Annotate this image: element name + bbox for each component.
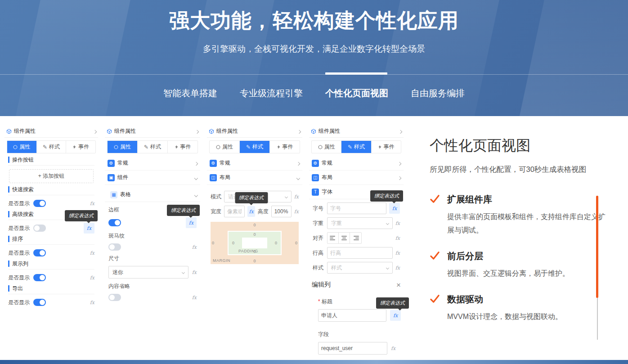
group-general[interactable]: ⚙ 常规 (309, 156, 404, 171)
fx-button[interactable]: fx (395, 250, 400, 256)
fx-button-active[interactable]: 绑定表达式 fx (390, 310, 401, 321)
field-label: 模式 (211, 193, 221, 201)
gear-icon: ⚙ (108, 160, 115, 167)
fx-button-active[interactable]: 绑定表达式 fx (247, 206, 255, 217)
panel-tab-attributes[interactable]: 属性 (7, 141, 37, 153)
width-input[interactable] (224, 206, 245, 217)
align-right-button[interactable] (350, 233, 361, 243)
panel-tab-attributes[interactable]: 属性 (312, 141, 341, 153)
panel-header: 组件属性 (207, 125, 302, 138)
fx-button[interactable]: fx (192, 244, 197, 250)
field-name-input[interactable] (318, 342, 387, 355)
title-input[interactable] (318, 309, 386, 322)
scrollbar-thumb[interactable] (596, 196, 598, 298)
feature-title: 个性化页面视图 (430, 136, 606, 156)
lightning-icon (175, 144, 179, 149)
fx-button[interactable]: fx (192, 270, 197, 275)
collapse-chevron-icon[interactable] (298, 128, 301, 135)
tab-smart-form[interactable]: 智能表单搭建 (163, 87, 217, 99)
toggle-on[interactable] (108, 219, 121, 226)
align-left-button[interactable] (327, 233, 339, 243)
fx-button[interactable]: fx (90, 300, 94, 306)
toggle-on[interactable] (33, 274, 46, 281)
toggle-off[interactable] (108, 243, 121, 251)
height-input[interactable] (271, 206, 292, 217)
hero-divider (0, 74, 628, 75)
panel-tab-style[interactable]: ✎ 样式 (240, 141, 270, 153)
panel-tab-style[interactable]: ✎ 样式 (341, 141, 371, 153)
edit-column-title: 编辑列 (312, 281, 331, 289)
panel-tabbar: 属性 ✎ 样式 事件 (209, 140, 300, 153)
group-table[interactable]: ▦ 表格 (105, 188, 200, 202)
tab-label: 属性 (19, 143, 30, 151)
field-label: 尺寸 (108, 255, 197, 262)
fx-button-active[interactable]: 绑定表达式 fx (186, 217, 197, 228)
align-center-button[interactable] (339, 233, 350, 243)
fx-button[interactable]: fx (90, 250, 94, 256)
font-style-select[interactable]: 样式 (327, 262, 393, 274)
collapse-chevron-icon[interactable] (196, 128, 198, 135)
toggle-on[interactable] (33, 299, 46, 306)
panel-tab-events[interactable]: 事件 (270, 141, 300, 153)
chevron-down-icon (195, 192, 197, 198)
attributes-icon (216, 145, 220, 149)
collapse-chevron-icon[interactable] (94, 128, 96, 135)
show-row: 是否显示 fx (8, 248, 94, 257)
padding-label: PADDING (238, 249, 258, 253)
panel-title: 组件属性 (114, 127, 136, 135)
tab-process-engine[interactable]: 专业级流程引擎 (240, 87, 303, 99)
group-general[interactable]: ⚙ 常规 (207, 156, 302, 171)
content-area (242, 238, 267, 248)
group-component[interactable]: ▣ 组件 (105, 171, 200, 185)
group-general[interactable]: ⚙ 常规 (105, 156, 200, 171)
spacer (207, 185, 302, 188)
panel-tab-attributes[interactable]: 属性 (210, 141, 240, 153)
footer-accent-bar (0, 360, 628, 364)
fx-button[interactable]: fx (294, 209, 299, 215)
line-height-input[interactable] (327, 247, 393, 259)
fx-button[interactable]: fx (395, 265, 400, 271)
margin-label: MARGIN (213, 258, 230, 263)
group-layout[interactable]: ◫ 布局 (309, 171, 404, 185)
toggle-off[interactable] (108, 294, 121, 301)
panel-tab-style[interactable]: ✎ 样式 (138, 141, 168, 153)
group-layout[interactable]: ◫ 布局 (207, 171, 302, 185)
fx-button-active[interactable]: 绑定表达式 fx (389, 203, 400, 214)
fx-button[interactable]: fx (192, 295, 197, 301)
section-sort: 排序 (8, 236, 94, 245)
width-label: 宽度 (211, 208, 221, 216)
panel-tab-events[interactable]: 事件 (168, 141, 197, 153)
tab-service-orchestration[interactable]: 自由服务编排 (411, 87, 465, 99)
tab-label: 样式 (49, 143, 60, 151)
add-button[interactable]: + 添加按钮 (9, 169, 94, 183)
panel-header: 组件属性 (309, 125, 404, 138)
fx-button[interactable]: fx (395, 235, 400, 241)
toggle-on[interactable] (33, 249, 46, 256)
fx-button[interactable]: fx (395, 220, 400, 226)
panel-tab-events[interactable]: 事件 (66, 141, 95, 153)
field-label: 样式 (313, 264, 324, 272)
fx-button-active[interactable]: 绑定表达式 fx (84, 223, 94, 234)
gear-icon: ⚙ (312, 160, 319, 167)
feature-item-title: 数据驱动 (447, 293, 562, 306)
font-weight-select[interactable]: 字重 (327, 217, 393, 229)
tab-page-view[interactable]: 个性化页面视图 (325, 87, 388, 99)
collapse-chevron-icon[interactable] (399, 128, 402, 135)
list-item: 数据驱动 MVVM设计理念，数据与视图联动。 (430, 293, 606, 324)
fx-button[interactable]: fx (391, 346, 395, 351)
close-icon[interactable]: × (396, 281, 401, 289)
field-border: 边框 绑定表达式 fx (108, 206, 197, 228)
panel-tab-style[interactable]: ✎ 样式 (37, 141, 67, 153)
fx-button[interactable]: fx (294, 194, 299, 200)
show-row: 是否显示 fx (8, 273, 94, 282)
section-display-columns: 展示列 (8, 261, 94, 270)
toggle-on[interactable] (33, 200, 46, 207)
fx-button[interactable]: fx (90, 275, 94, 281)
component-cube-icon (209, 129, 214, 134)
fx-button[interactable]: fx (90, 201, 94, 207)
panel-tab-attributes[interactable]: 属性 (108, 141, 138, 153)
size-select[interactable]: 迷你 (108, 266, 188, 279)
toggle-off[interactable] (33, 225, 46, 232)
panel-tab-events[interactable]: 事件 (372, 141, 401, 153)
font-size-input[interactable] (327, 202, 386, 214)
